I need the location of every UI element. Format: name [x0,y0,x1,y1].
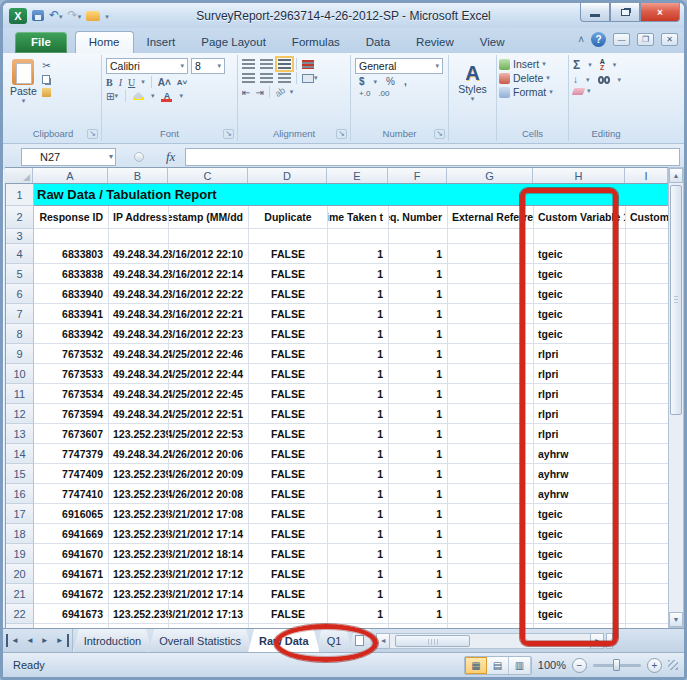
cell[interactable]: 1 [389,264,448,284]
fill-icon[interactable]: ↓ [573,74,578,85]
cell[interactable]: 1 [389,384,448,404]
close-button[interactable]: × [640,3,680,22]
cell[interactable]: 49.248.34.202 [109,304,169,324]
minimize-button[interactable] [580,3,610,22]
cell[interactable]: 6833942 [34,324,109,344]
tab-insert[interactable]: Insert [134,32,189,53]
cell[interactable] [626,324,668,344]
cell[interactable]: 1 [389,364,448,384]
cell[interactable]: 7747410 [34,484,109,504]
cell[interactable]: FALSE [249,444,328,464]
cell[interactable]: 3/16/2012 22:22 [169,284,249,304]
cell[interactable]: FALSE [249,264,328,284]
column-header[interactable]: F [388,168,447,183]
cell[interactable]: 3/16/2012 22:23 [169,324,249,344]
column-header[interactable]: H [533,168,625,183]
align-bottom-icon[interactable] [278,59,291,69]
cell[interactable]: 1 [389,244,448,264]
cell[interactable]: 49.248.34.202 [109,244,169,264]
sheet-tab-overall-statistics[interactable]: Overall Statistics [148,629,252,652]
cell[interactable]: 49.248.34.202 [109,324,169,344]
cell[interactable]: 123.252.239.3 [109,564,169,584]
cell[interactable]: 6941672 [34,584,109,604]
find-select-icon[interactable] [598,76,610,84]
cell[interactable]: 123.252.239.3 [109,604,169,624]
cell[interactable]: 6833803 [34,244,109,264]
cell[interactable] [626,364,668,384]
cell[interactable]: 3/21/2012 17:08 [169,504,249,524]
cell[interactable]: 1 [328,544,389,564]
tab-page-layout[interactable]: Page Layout [188,32,279,53]
cell[interactable] [34,229,109,244]
row-number[interactable]: 10 [6,364,34,384]
cell[interactable] [626,384,668,404]
fill-color-icon[interactable] [133,92,144,100]
decrease-indent-icon[interactable]: ⇤ [242,87,250,98]
cell[interactable]: 1 [389,324,448,344]
cell[interactable]: 4/25/2012 22:46 [169,344,249,364]
row-number[interactable]: 8 [6,324,34,344]
cell[interactable]: 1 [389,284,448,304]
cell[interactable] [626,484,668,504]
cell[interactable]: Seq. Number [389,206,448,229]
cell[interactable]: 1 [389,424,448,444]
number-format-select[interactable]: General▾ [355,58,443,74]
cell[interactable]: 1 [389,344,448,364]
cell[interactable]: 1 [389,444,448,464]
cell[interactable]: 1 [328,524,389,544]
font-name-select[interactable]: Calibri▾ [106,58,188,74]
row-number[interactable]: 21 [6,584,34,604]
cell[interactable]: FALSE [249,464,328,484]
cell[interactable] [626,584,668,604]
format-painter-icon[interactable] [42,88,51,97]
cell[interactable]: 6941670 [34,544,109,564]
cell[interactable]: FALSE [249,304,328,324]
scroll-up-icon[interactable]: ▲ [669,168,683,183]
cell[interactable]: 4/25/2012 22:51 [169,404,249,424]
cell[interactable] [626,504,668,524]
row-number[interactable]: 17 [6,504,34,524]
insert-function-icon[interactable]: fx [166,149,175,165]
zoom-slider[interactable] [593,664,641,667]
clear-icon[interactable] [573,88,584,95]
row-number[interactable]: 13 [6,424,34,444]
italic-button[interactable]: I [119,77,122,88]
minimize-ribbon-icon[interactable]: ˄ [578,34,584,45]
cell[interactable]: 1 [389,404,448,424]
cell[interactable]: 1 [328,444,389,464]
tab-view[interactable]: View [467,32,518,53]
tab-review[interactable]: Review [403,32,467,53]
wrap-text-icon[interactable] [302,60,314,69]
orientation-icon[interactable]: ab [273,85,287,99]
row-number[interactable]: 18 [6,524,34,544]
cell[interactable]: 4/26/2012 20:09 [169,464,249,484]
cell[interactable] [626,229,668,244]
increase-decimal-icon[interactable]: +.0 [359,89,370,98]
workbook-minimize-icon[interactable]: — [613,33,630,46]
borders-icon[interactable]: ⊞▾ [106,91,118,102]
workbook-close-icon[interactable]: ✕ [661,33,678,46]
bold-button[interactable]: B [106,77,113,88]
help-icon[interactable]: ? [591,32,606,47]
cell[interactable]: 1 [328,244,389,264]
cell[interactable]: 3/16/2012 22:21 [169,304,249,324]
cell[interactable]: 6941669 [34,524,109,544]
font-size-select[interactable]: 8▾ [191,58,225,74]
name-box[interactable]: N27 ▾ [21,148,116,166]
cell[interactable]: 7747409 [34,464,109,484]
percent-icon[interactable]: % [386,76,395,87]
cell[interactable]: Response ID [34,206,109,229]
cell[interactable]: FALSE [249,504,328,524]
column-header[interactable]: G [447,168,533,183]
cell[interactable]: 1 [389,524,448,544]
cell[interactable] [626,524,668,544]
cell[interactable]: 49.248.34.202 [109,404,169,424]
alignment-dialog-launcher-icon[interactable]: ↘ [336,129,347,139]
row-number[interactable]: 1 [6,184,34,206]
row-number[interactable]: 4 [6,244,34,264]
sort-filter-icon[interactable]: AZ [600,59,605,71]
zoom-level[interactable]: 100% [538,659,566,671]
horizontal-scrollbar-thumb[interactable] [395,635,470,647]
cell[interactable] [626,244,668,264]
align-right-icon[interactable] [278,73,291,83]
